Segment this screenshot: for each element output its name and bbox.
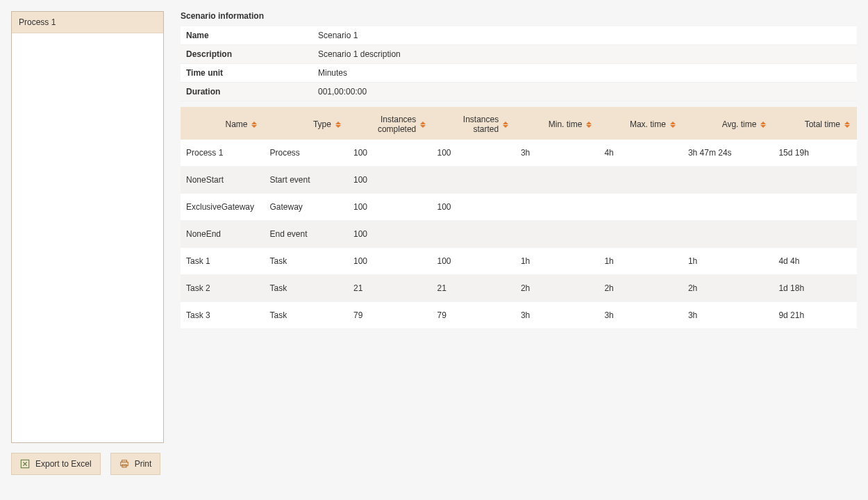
cell-avg: 2h <box>683 275 774 302</box>
col-header-max-time[interactable]: Max. time <box>599 109 682 140</box>
col-header-icomp-label: Instances completed <box>353 115 416 134</box>
col-header-avg-time[interactable]: Avg. time <box>683 109 774 140</box>
cell-ist: 21 <box>431 275 515 302</box>
cell-ist: 100 <box>431 248 515 275</box>
cell-min <box>515 221 599 248</box>
cell-type: Gateway <box>264 194 347 221</box>
cell-avg <box>683 167 774 194</box>
info-label-duration: Duration <box>181 83 312 101</box>
cell-name: Task 1 <box>181 248 264 275</box>
cell-tot: 15d 19h <box>773 140 857 167</box>
cell-avg: 3h 47m 24s <box>683 140 774 167</box>
section-title: Scenario information <box>181 11 857 21</box>
sort-icon <box>844 120 851 128</box>
cell-tot: 1d 18h <box>773 275 857 302</box>
table-row: Process 1Process1001003h4h3h 47m 24s15d … <box>181 140 857 167</box>
table-row: Task 2Task21212h2h2h1d 18h <box>181 275 857 302</box>
cell-icomp: 100 <box>348 194 431 221</box>
print-label: Print <box>135 459 152 469</box>
cell-max <box>599 221 682 248</box>
data-table: Name Type Instances completed <box>181 109 857 329</box>
cell-min <box>515 167 599 194</box>
col-header-ist-label: Instances started <box>437 115 499 134</box>
cell-max: 3h <box>599 302 682 329</box>
col-header-min-label: Min. time <box>549 119 583 129</box>
info-label-description: Description <box>181 45 312 64</box>
cell-min <box>515 194 599 221</box>
cell-max: 1h <box>599 248 682 275</box>
col-header-max-label: Max. time <box>630 119 666 129</box>
print-button[interactable]: Print <box>110 453 161 475</box>
cell-name: Process 1 <box>181 140 264 167</box>
cell-min: 3h <box>515 302 599 329</box>
info-label-timeunit: Time unit <box>181 64 312 83</box>
cell-max: 4h <box>599 140 682 167</box>
cell-type: Process <box>264 140 347 167</box>
cell-tot <box>773 167 857 194</box>
cell-max <box>599 167 682 194</box>
cell-tot <box>773 221 857 248</box>
info-label-name: Name <box>181 26 312 45</box>
table-row: Task 3Task79793h3h3h9d 21h <box>181 302 857 329</box>
cell-tot <box>773 194 857 221</box>
table-row: ExclusiveGatewayGateway100100 <box>181 194 857 221</box>
cell-type: Task <box>264 248 347 275</box>
cell-type: End event <box>264 221 347 248</box>
cell-name: ExclusiveGateway <box>181 194 264 221</box>
col-header-instances-started[interactable]: Instances started <box>431 109 515 140</box>
scenario-info-table: Name Scenario 1 Description Scenario 1 d… <box>181 26 857 101</box>
cell-avg <box>683 194 774 221</box>
cell-ist: 79 <box>431 302 515 329</box>
cell-avg <box>683 221 774 248</box>
col-header-tot-label: Total time <box>805 119 840 129</box>
cell-avg: 3h <box>683 302 774 329</box>
cell-icomp: 21 <box>348 275 431 302</box>
cell-type: Start event <box>264 167 347 194</box>
export-excel-button[interactable]: Export to Excel <box>11 453 101 475</box>
cell-max <box>599 194 682 221</box>
cell-avg: 1h <box>683 248 774 275</box>
col-header-name[interactable]: Name <box>181 109 264 140</box>
cell-min: 2h <box>515 275 599 302</box>
sort-icon <box>760 120 767 128</box>
cell-icomp: 79 <box>348 302 431 329</box>
col-header-name-label: Name <box>225 119 247 129</box>
sidebar-item-label: Process 1 <box>19 17 56 27</box>
cell-ist: 100 <box>431 194 515 221</box>
sort-icon <box>670 120 677 128</box>
col-header-instances-completed[interactable]: Instances completed <box>348 109 431 140</box>
cell-ist: 100 <box>431 140 515 167</box>
sort-icon <box>586 120 593 128</box>
cell-ist <box>431 167 515 194</box>
cell-tot: 9d 21h <box>773 302 857 329</box>
sort-icon <box>503 120 510 128</box>
cell-max: 2h <box>599 275 682 302</box>
print-icon <box>119 459 129 469</box>
cell-icomp: 100 <box>348 248 431 275</box>
cell-icomp: 100 <box>348 221 431 248</box>
cell-icomp: 100 <box>348 167 431 194</box>
sort-icon <box>335 120 342 128</box>
cell-name: NoneEnd <box>181 221 264 248</box>
svg-rect-2 <box>120 462 128 465</box>
cell-min: 1h <box>515 248 599 275</box>
table-row: Task 1Task1001001h1h1h4d 4h <box>181 248 857 275</box>
col-header-total-time[interactable]: Total time <box>773 109 857 140</box>
export-excel-label: Export to Excel <box>35 459 92 469</box>
col-header-type[interactable]: Type <box>264 109 347 140</box>
col-header-avg-label: Avg. time <box>722 119 757 129</box>
info-value-duration: 001,00:00:00 <box>312 83 857 101</box>
col-header-type-label: Type <box>313 119 331 129</box>
excel-icon <box>20 459 30 469</box>
cell-name: Task 3 <box>181 302 264 329</box>
table-row: NoneEndEnd event100 <box>181 221 857 248</box>
cell-type: Task <box>264 275 347 302</box>
info-value-description: Scenario 1 description <box>312 45 857 64</box>
info-value-timeunit: Minutes <box>312 64 857 83</box>
sidebar-item-process[interactable]: Process 1 <box>12 12 163 33</box>
sort-icon <box>420 120 426 128</box>
col-header-min-time[interactable]: Min. time <box>515 109 599 140</box>
cell-ist <box>431 221 515 248</box>
sort-icon <box>251 120 258 128</box>
cell-name: Task 2 <box>181 275 264 302</box>
